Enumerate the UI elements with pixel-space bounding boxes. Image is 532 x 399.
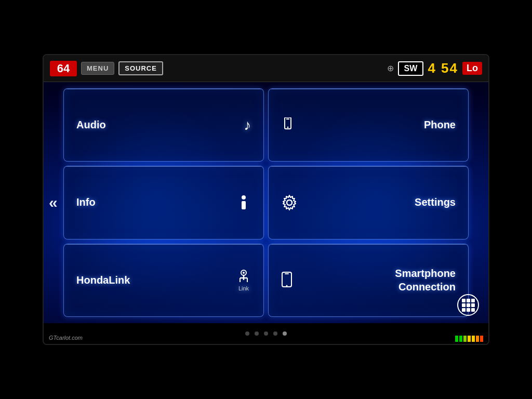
- sw-badge: SW: [398, 61, 424, 76]
- page-dot-5[interactable]: [283, 331, 287, 336]
- svg-point-5: [287, 200, 292, 205]
- svg-rect-13: [285, 273, 289, 274]
- phone-label: Phone: [424, 119, 456, 131]
- hondalink-button[interactable]: HondaLink Link: [63, 244, 264, 317]
- lo-badge: Lo: [462, 62, 482, 75]
- svg-rect-4: [242, 201, 246, 209]
- audio-icon: ♪: [244, 117, 251, 134]
- audio-label: Audio: [76, 119, 106, 131]
- phone-icon: [281, 117, 295, 133]
- svg-point-3: [242, 195, 246, 200]
- info-label: Info: [76, 196, 96, 208]
- watermark: GTcarlot.com: [49, 335, 83, 341]
- page-dot-1[interactable]: [245, 331, 249, 336]
- back-button[interactable]: «: [49, 194, 58, 211]
- menu-grid: Audio ♪ Phone Info: [63, 88, 469, 317]
- svg-point-7: [243, 272, 245, 274]
- svg-rect-1: [286, 118, 289, 119]
- frequency-badge: 64: [50, 61, 77, 76]
- apps-grid-icon: [462, 299, 475, 312]
- signal-icon: ⊕: [387, 63, 394, 73]
- menu-button[interactable]: MENU: [81, 62, 114, 75]
- settings-button[interactable]: Settings: [268, 166, 469, 239]
- bottom-bar: [44, 323, 488, 344]
- smartphone-label: SmartphoneConnection: [395, 267, 456, 294]
- page-dot-4[interactable]: [273, 331, 277, 336]
- svg-rect-12: [282, 272, 291, 287]
- main-area: « Audio ♪ Phone: [44, 82, 488, 323]
- hondalink-icon: Link: [236, 269, 251, 291]
- smartphone-icon: [281, 272, 292, 288]
- smartphone-connection-button[interactable]: SmartphoneConnection: [268, 244, 469, 317]
- hondalink-label: HondaLink: [76, 274, 130, 286]
- info-icon: [236, 194, 251, 211]
- settings-label: Settings: [415, 196, 456, 208]
- page-dot-2[interactable]: [255, 331, 259, 336]
- time-display: 4 54: [428, 60, 458, 76]
- hondalink-icon-sub: Link: [238, 285, 249, 291]
- screen: 64 MENU SOURCE ⊕ SW 4 54 Lo « Audio ♪: [43, 54, 489, 345]
- info-button[interactable]: Info: [63, 166, 264, 239]
- phone-button[interactable]: Phone: [268, 88, 469, 162]
- settings-icon: [281, 194, 298, 211]
- top-bar: 64 MENU SOURCE ⊕ SW 4 54 Lo: [44, 55, 488, 82]
- color-bar: [455, 336, 483, 342]
- svg-point-2: [287, 126, 289, 128]
- source-button[interactable]: SOURCE: [118, 61, 163, 75]
- svg-point-14: [286, 285, 288, 287]
- audio-button[interactable]: Audio ♪: [63, 88, 264, 162]
- page-dot-3[interactable]: [264, 331, 268, 336]
- apps-button[interactable]: [457, 294, 479, 316]
